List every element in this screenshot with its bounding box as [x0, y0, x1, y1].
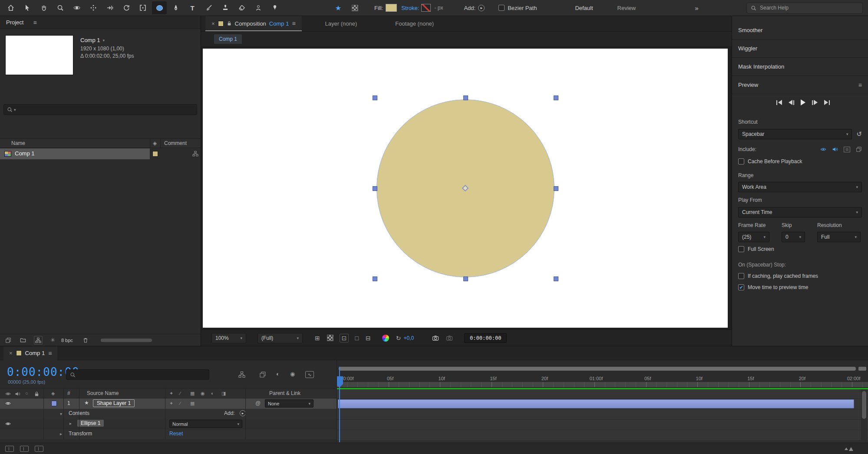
bezier-path-label[interactable]: Bezier Path — [508, 5, 537, 11]
puppet-pin-tool[interactable] — [267, 1, 282, 14]
layer-duration-bar[interactable] — [338, 399, 854, 408]
handle-middle-left[interactable] — [373, 186, 377, 191]
lock-icon[interactable] — [227, 21, 232, 26]
tool-creates-shape-toggle[interactable]: ★ — [331, 1, 346, 14]
resolution-select[interactable]: (Full)▾ — [257, 333, 303, 343]
layer-label-swatch[interactable] — [51, 401, 57, 406]
new-folder-icon[interactable] — [20, 337, 26, 343]
transform-reset-link[interactable]: Reset — [169, 431, 183, 437]
bezier-path-checkbox[interactable] — [498, 5, 505, 11]
fill-label[interactable]: Fill: — [374, 5, 383, 11]
project-tab[interactable]: Project — [6, 19, 23, 26]
add-shape-property-icon[interactable]: ▸ — [478, 5, 485, 11]
workspace-review[interactable]: Review — [617, 5, 636, 11]
time-navigator[interactable] — [339, 367, 856, 371]
shortcut-select[interactable]: Spacebar▾ — [738, 129, 852, 139]
workspace-default[interactable]: Default — [575, 5, 593, 11]
mini-flowchart-icon[interactable] — [238, 371, 245, 378]
viewer-menu-icon[interactable]: ≡ — [292, 20, 295, 27]
workspace-overflow-chevron[interactable]: » — [695, 4, 698, 12]
contents-add-label[interactable]: Add: — [224, 410, 235, 416]
work-area-bar[interactable] — [337, 382, 868, 387]
selection-tool[interactable] — [20, 1, 35, 14]
stroke-label[interactable]: Stroke: — [401, 5, 419, 11]
timeline-comp-tab[interactable]: × Comp 1 ≡ — [3, 346, 57, 360]
tool-creates-mask-toggle[interactable] — [347, 1, 362, 14]
zoom-select[interactable]: 100%▾ — [211, 333, 246, 343]
transparency-grid-icon[interactable] — [327, 335, 333, 341]
roto-brush-tool[interactable] — [251, 1, 266, 14]
help-search-input[interactable]: Search Help — [746, 3, 863, 13]
frame-rate-select[interactable]: (25)▾ — [738, 232, 769, 242]
type-tool[interactable]: T — [185, 1, 200, 14]
add-label[interactable]: Add: — [464, 5, 475, 11]
trash-icon[interactable] — [83, 337, 89, 343]
range-select[interactable]: Work Area▾ — [738, 182, 862, 192]
column-comment[interactable]: Comment — [164, 140, 187, 146]
handle-top-left[interactable] — [373, 95, 377, 100]
close-icon[interactable]: × — [9, 350, 13, 356]
cache-before-playback-checkbox[interactable] — [738, 158, 744, 164]
layer-tab[interactable]: Layer (none) — [319, 16, 363, 31]
frame-blending-icon[interactable]: ◉ — [290, 371, 295, 377]
ellipse-tool[interactable] — [152, 1, 167, 14]
handle-bottom-left[interactable] — [373, 276, 377, 281]
project-panel-menu-icon[interactable]: ≡ — [33, 19, 36, 26]
item-name-chevron-icon[interactable]: ▾ — [103, 38, 105, 43]
move-time-checkbox[interactable] — [738, 284, 744, 290]
reset-exposure-icon[interactable]: ↻ — [396, 335, 401, 342]
layer-frame-blend-switch[interactable]: ▦ — [190, 401, 195, 406]
hide-shy-layers-icon[interactable]: ◐ — [276, 371, 280, 377]
label-color-swatch[interactable] — [152, 151, 158, 157]
resolution-preview-select[interactable]: Full▾ — [817, 232, 861, 242]
project-search-input[interactable]: ▾ — [3, 104, 197, 115]
interpret-footage-icon[interactable] — [5, 337, 11, 343]
timeline-zoom-control[interactable] — [845, 447, 853, 451]
home-tool[interactable] — [3, 1, 18, 14]
stroke-width-value[interactable]: - px — [434, 5, 443, 11]
layer-row[interactable]: 1 ★ Shape Layer 1 ✦ ∕ ▦ @ None▾ — [0, 398, 337, 409]
contents-expand-chevron-icon[interactable]: ▾ — [60, 411, 62, 416]
project-row-comp[interactable]: Comp 1 — [0, 148, 201, 159]
eraser-tool[interactable] — [234, 1, 249, 14]
reset-shortcut-icon[interactable]: ↺ — [856, 130, 862, 138]
ellipse-expand-chevron-icon[interactable]: ▸ — [69, 421, 72, 426]
mask-visibility-icon[interactable]: □ — [355, 335, 358, 342]
color-management-icon[interactable] — [382, 335, 389, 342]
orbit-camera-tool[interactable] — [69, 1, 84, 14]
clone-stamp-tool[interactable] — [218, 1, 233, 14]
parent-select[interactable]: None▾ — [265, 399, 314, 408]
layer-quality-switch[interactable]: ∕ — [180, 401, 181, 406]
first-frame-button[interactable] — [776, 100, 782, 105]
draft-3d-icon[interactable] — [259, 371, 266, 378]
parent-pick-whip-icon[interactable]: @ — [255, 400, 261, 406]
mask-interpolation-panel-header[interactable]: Mask Interpolation — [732, 58, 868, 76]
include-overlays-icon[interactable]: ⊡ — [844, 147, 850, 152]
full-screen-checkbox[interactable] — [738, 246, 744, 252]
transform-expand-chevron-icon[interactable]: ▸ — [60, 431, 62, 436]
layer-collapse-switch[interactable]: ✦ — [169, 401, 173, 406]
handle-middle-right[interactable] — [554, 186, 558, 191]
expand-in-out-panes-icon[interactable] — [35, 446, 43, 452]
footage-tab[interactable]: Footage (none) — [389, 16, 440, 31]
project-row-name[interactable]: Comp 1 — [15, 150, 35, 157]
blend-mode-select[interactable]: Normal▾ — [169, 420, 242, 428]
play-button[interactable] — [801, 99, 805, 105]
viewer-current-time[interactable]: 0:00:00:00 — [464, 333, 507, 343]
anchor-point[interactable] — [462, 184, 469, 191]
rotation-tool[interactable] — [119, 1, 134, 14]
zoom-tool[interactable] — [53, 1, 68, 14]
new-composition-icon[interactable] — [34, 336, 43, 345]
ellipse-visibility-eye-icon[interactable] — [5, 421, 11, 427]
preview-menu-icon[interactable]: ≡ — [858, 82, 862, 89]
last-frame-button[interactable] — [824, 100, 830, 105]
expand-transfer-controls-icon[interactable] — [20, 446, 29, 452]
hand-tool[interactable] — [36, 1, 51, 14]
ellipse-group-name[interactable]: Ellipse 1 — [77, 420, 104, 427]
smoother-panel-header[interactable]: Smoother — [732, 21, 868, 39]
if-caching-checkbox[interactable] — [738, 273, 744, 279]
composition-canvas[interactable] — [203, 49, 728, 328]
handle-top-right[interactable] — [554, 95, 558, 100]
timeline-tracks[interactable]: 0:00f 05f 10f 15f 20f 01:00f 05f 10f 15f… — [337, 360, 868, 442]
graph-editor-icon[interactable]: ∿ — [305, 371, 314, 378]
